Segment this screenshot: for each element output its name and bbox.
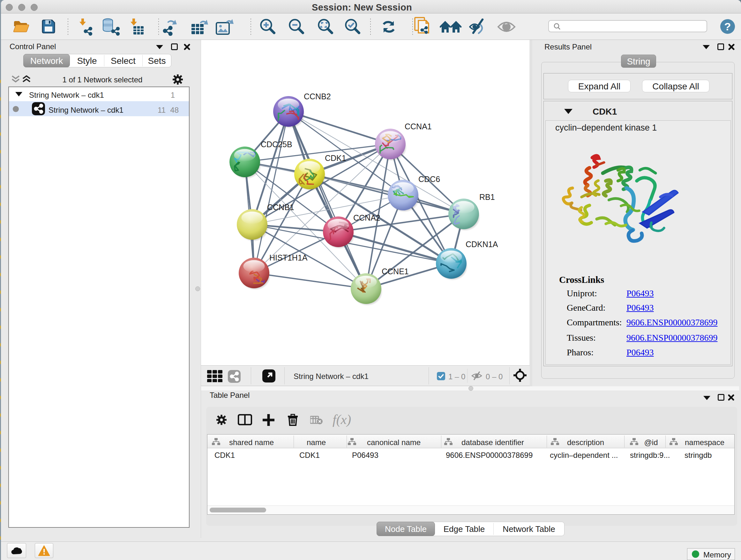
svg-text:CDC6: CDC6 bbox=[418, 175, 440, 184]
svg-text:CCNB1: CCNB1 bbox=[267, 203, 294, 212]
svg-text:HIST1H1A: HIST1H1A bbox=[269, 253, 308, 262]
svg-text:CDKN1A: CDKN1A bbox=[466, 240, 498, 249]
svg-text:CCNA2: CCNA2 bbox=[353, 213, 381, 222]
svg-text:CDK1: CDK1 bbox=[325, 153, 346, 163]
svg-text:CCNA1: CCNA1 bbox=[405, 122, 432, 131]
svg-text:CCNE1: CCNE1 bbox=[382, 267, 409, 276]
svg-text:CDC25B: CDC25B bbox=[261, 140, 292, 149]
svg-text:RB1: RB1 bbox=[479, 192, 495, 201]
svg-text:CCNB2: CCNB2 bbox=[304, 92, 331, 101]
